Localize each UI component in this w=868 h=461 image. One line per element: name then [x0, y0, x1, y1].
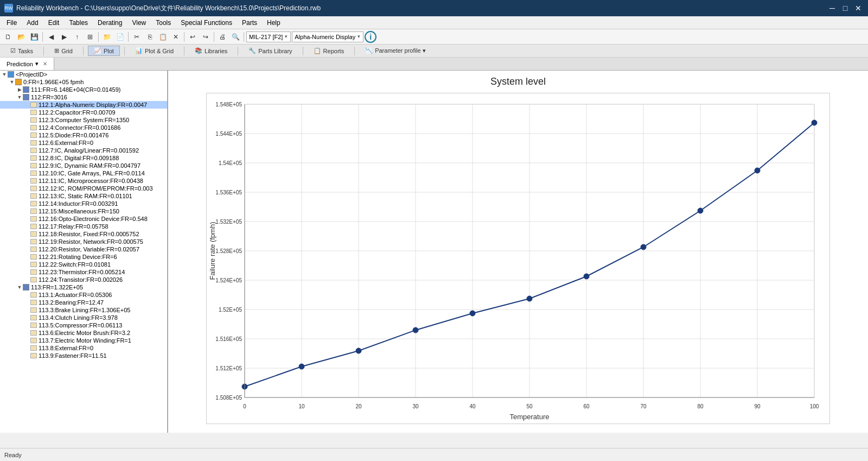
- prediction-tab[interactable]: Prediction ▾ ✕: [0, 58, 54, 70]
- tree-node-n113_1[interactable]: 113.1:Actuator:FR=0.05306: [0, 291, 167, 299]
- tab-plot-grid[interactable]: 📊 Plot & Grid: [129, 46, 180, 56]
- tab-tasks[interactable]: ☑ Tasks: [4, 46, 39, 56]
- node-label: 113.8:External:FR=0: [39, 345, 93, 351]
- file-icon: [30, 140, 37, 146]
- svg-text:100: 100: [810, 403, 819, 409]
- close-button[interactable]: ✕: [853, 3, 864, 14]
- menu-item-tools[interactable]: Tools: [151, 18, 175, 28]
- cut-button[interactable]: ✂: [131, 31, 143, 43]
- tab-plot[interactable]: 📈 Plot: [88, 46, 120, 56]
- help-info-button[interactable]: i: [365, 31, 376, 43]
- paste-button[interactable]: 📋: [157, 31, 169, 43]
- menu-item-file[interactable]: File: [2, 18, 21, 28]
- tree-node-n112_13[interactable]: 112.13:IC, Static RAM:FR=0.01101: [0, 192, 167, 200]
- menu-item-tables[interactable]: Tables: [65, 18, 92, 28]
- tree-node-n112_22[interactable]: 112.22:Switch:FR=0.01081: [0, 261, 167, 268]
- doc-button[interactable]: 📄: [114, 31, 126, 43]
- back-button[interactable]: ◀: [45, 31, 57, 43]
- new-button[interactable]: 🗋: [2, 31, 14, 43]
- tree-node-n112_9[interactable]: 112.9:IC, Dynamic RAM:FR=0.004797: [0, 162, 167, 169]
- expand-button[interactable]: ⊞: [84, 31, 96, 43]
- delete-button[interactable]: ✕: [170, 31, 182, 43]
- tree-node-n112_3[interactable]: 112.3:Computer System:FR=1350: [0, 116, 167, 124]
- file-icon: [30, 125, 37, 130]
- chart-area: System level: [168, 71, 868, 433]
- status-bar: Ready: [0, 448, 868, 461]
- undo-button[interactable]: ↩: [187, 31, 199, 43]
- file-icon: [30, 231, 37, 237]
- file-icon: [30, 323, 37, 328]
- up-button[interactable]: ↑: [71, 31, 83, 43]
- file-icon: [30, 201, 37, 206]
- prediction-tab-close[interactable]: ✕: [43, 61, 47, 67]
- tree-node-projectid[interactable]: ▼<ProjectID>: [0, 71, 167, 78]
- tree-node-n113_2[interactable]: 113.2:Bearing:FR=12.47: [0, 299, 167, 306]
- tree-node-n112_14[interactable]: 112.14:Inductor:FR=0.003291: [0, 200, 167, 207]
- tree-node-n112_16[interactable]: 112.16:Opto-Electronic Device:FR=0.548: [0, 215, 167, 223]
- tab-reports[interactable]: 📋 Reports: [308, 46, 350, 56]
- partslibrary-icon: 🔧: [248, 47, 256, 54]
- tree-node-n112_17[interactable]: 112.17:Relay:FR=0.05758: [0, 223, 167, 230]
- tab-grid[interactable]: ⊞ Grid: [48, 46, 79, 56]
- tree-node-n112[interactable]: ▼112:FR=3016: [0, 93, 167, 101]
- tab-libraries[interactable]: 📚 Libraries: [189, 46, 233, 56]
- tree-node-n112_24[interactable]: 112.24:Transistor:FR=0.002026: [0, 276, 167, 283]
- node-label: 112.24:Transistor:FR=0.002026: [39, 276, 123, 283]
- svg-text:10: 10: [298, 403, 305, 409]
- menu-item-derating[interactable]: Derating: [93, 18, 126, 28]
- node-label: 112.23:Thermistor:FR=0.005214: [39, 269, 125, 275]
- tree-node-n112_11[interactable]: 112.11:IC, Microprocessor:FR=0.00438: [0, 177, 167, 185]
- tree-node-n113_7[interactable]: 113.7:Electric Motor Winding:FR=1: [0, 337, 167, 344]
- tree-node-n113_8[interactable]: 113.8:External:FR=0: [0, 344, 167, 352]
- tree-node-n113_6[interactable]: 113.6:Electric Motor Brush:FR=3.2: [0, 329, 167, 337]
- menu-item-edit[interactable]: Edit: [44, 18, 64, 28]
- tab-parameter-profile[interactable]: 📉 Parameter profile ▾: [359, 46, 431, 56]
- print-button[interactable]: 🖨: [216, 31, 228, 43]
- tree-node-n112_10[interactable]: 112.10:IC, Gate Arrays, PAL:FR=0.0114: [0, 169, 167, 177]
- menu-item-view[interactable]: View: [127, 18, 150, 28]
- redo-button[interactable]: ↪: [200, 31, 212, 43]
- tree-node-n112_8[interactable]: 112.8:IC, Digital:FR=0.009188: [0, 154, 167, 162]
- copy-button[interactable]: ⎘: [144, 31, 156, 43]
- mil-dropdown[interactable]: MIL-217 [F2] ▼: [246, 31, 291, 42]
- save-button[interactable]: 💾: [28, 31, 40, 43]
- tree-node-n113_4[interactable]: 113.4:Clutch Lining:FR=3.978: [0, 314, 167, 321]
- tree-node-n112_23[interactable]: 112.23:Thermistor:FR=0.005214: [0, 268, 167, 276]
- plotgrid-icon: 📊: [135, 47, 143, 54]
- tree-node-n112_18[interactable]: 112.18:Resistor, Fixed:FR=0.0005752: [0, 230, 167, 238]
- tree-node-n113_3[interactable]: 113.3:Brake Lining:FR=1.306E+05: [0, 306, 167, 314]
- minimize-button[interactable]: ─: [827, 3, 838, 14]
- menu-item-parts[interactable]: Parts: [238, 18, 261, 28]
- tree-node-n112_7[interactable]: 112.7:IC, Analog/Linear:FR=0.001592: [0, 147, 167, 154]
- tree-node-n113[interactable]: ▼113:FR=1.322E+05: [0, 283, 167, 291]
- menu-item-help[interactable]: Help: [263, 18, 285, 28]
- forward-button[interactable]: ▶: [58, 31, 70, 43]
- tree-node-n113_5[interactable]: 113.5:Compressor:FR=0.06113: [0, 321, 167, 329]
- restore-button[interactable]: □: [840, 3, 851, 14]
- display-dropdown[interactable]: Alpha-Numeric Display ▼: [292, 31, 363, 42]
- tree-node-n112_2[interactable]: 112.2:Capacitor:FR=0.00709: [0, 109, 167, 116]
- tree-node-n0[interactable]: ▼0:FR=1.966E+05 fpmh: [0, 78, 167, 86]
- tree-node-n112_20[interactable]: 112.20:Resistor, Variable:FR=0.02057: [0, 245, 167, 253]
- tree-node-n113_9[interactable]: 113.9:Fastener:FR=11.51: [0, 352, 167, 359]
- tree-node-n112_4[interactable]: 112.4:Connector:FR=0.001686: [0, 124, 167, 131]
- tree-node-n111[interactable]: ▶111:FR=6.148E+04(CR=0.01459): [0, 86, 167, 93]
- preview-button[interactable]: 🔍: [229, 31, 241, 43]
- tree-node-n112_6[interactable]: 112.6:External:FR=0: [0, 139, 167, 147]
- open-button[interactable]: 📂: [15, 31, 27, 43]
- menu-item-special-functions[interactable]: Special Functions: [176, 18, 237, 28]
- tree-node-n112_5[interactable]: 112.5:Diode:FR=0.001476: [0, 131, 167, 139]
- tree-node-n112_12[interactable]: 112.12:IC, ROM/PROM/EPROM:FR=0.003: [0, 185, 167, 192]
- svg-text:0: 0: [243, 403, 246, 409]
- tree-node-n112_19[interactable]: 112.19:Resistor, Network:FR=0.000575: [0, 238, 167, 245]
- tree-node-n112_21[interactable]: 112.21:Rotating Device:FR=6: [0, 253, 167, 261]
- tree-node-n112_15[interactable]: 112.15:Miscellaneous:FR=150: [0, 207, 167, 215]
- paramprofile-icon: 📉: [365, 47, 373, 54]
- tab-sep6: [303, 47, 303, 55]
- folder-button[interactable]: 📁: [101, 31, 113, 43]
- tree-node-n112_1[interactable]: 112.1:Alpha-Numeric Display:FR=0.0047: [0, 101, 167, 109]
- tab-sep2: [83, 47, 84, 55]
- tab-parts-library[interactable]: 🔧 Parts Library: [242, 46, 298, 56]
- menu-item-add[interactable]: Add: [22, 18, 42, 28]
- node-label: 112.7:IC, Analog/Linear:FR=0.001592: [39, 147, 139, 154]
